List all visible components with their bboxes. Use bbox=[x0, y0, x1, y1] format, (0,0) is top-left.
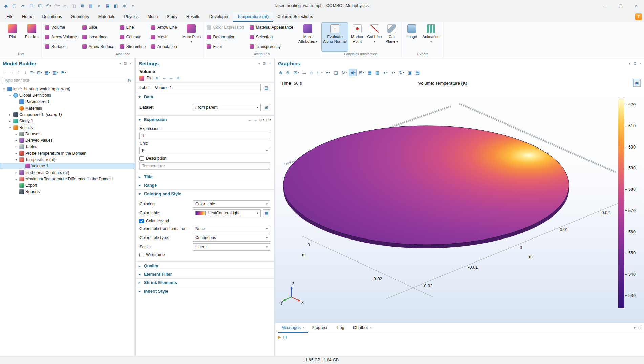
table-view-icon[interactable]: ▥ bbox=[374, 69, 381, 76]
panel-float-icon[interactable]: ⊡ bbox=[638, 326, 641, 330]
add-plot-button[interactable]: Line bbox=[119, 23, 149, 32]
previous-expression-icon[interactable]: ← bbox=[248, 118, 252, 122]
section-inherit-style[interactable]: ▸ Inherit Style bbox=[136, 287, 274, 295]
tree-expander-icon[interactable]: ▸ bbox=[15, 152, 18, 155]
color-table-type-select[interactable]: Continuous ▾ bbox=[193, 234, 270, 242]
more-attributes-button[interactable]: More Attributes ▾ bbox=[298, 23, 318, 51]
add-plot-button[interactable]: Slice bbox=[81, 23, 118, 32]
panel-menu-icon[interactable]: ▾ bbox=[629, 61, 631, 66]
section-element-filter[interactable]: ▸ Element Filter bbox=[136, 270, 274, 278]
tab-chatbot[interactable]: Chatbot × bbox=[350, 323, 375, 333]
tree-item-volume-1[interactable]: Volume 1 bbox=[0, 163, 134, 169]
evaluate-along-normal-button[interactable]: ↑ Evaluate Along Normal bbox=[322, 23, 348, 51]
ribbon-tab[interactable]: File bbox=[2, 12, 18, 22]
section-expression[interactable]: ▾ Expression ← → ⊞▾ ⊟▾ bbox=[136, 115, 274, 124]
ribbon-tab[interactable]: Study bbox=[162, 12, 182, 22]
save-icon[interactable]: ⊟ bbox=[27, 1, 36, 10]
show-menu-icon[interactable]: ≡▾ bbox=[29, 69, 35, 76]
desktop-layout-icon[interactable]: ◧ bbox=[112, 1, 120, 10]
panel-close-icon[interactable]: × bbox=[130, 61, 132, 66]
add-plot-button[interactable]: Streamline bbox=[119, 42, 149, 51]
refresh-filter-icon[interactable]: ↻ bbox=[127, 77, 132, 84]
animation-export-button[interactable]: Animation ▾ bbox=[421, 23, 441, 51]
add-plot-button[interactable]: Annotation bbox=[150, 42, 180, 51]
tree-item-study[interactable]: ▸ Study 1 bbox=[0, 118, 134, 124]
insert-expression-icon[interactable]: ⊞▾ bbox=[259, 118, 264, 122]
ribbon-tab[interactable]: Temperature (ht) bbox=[233, 12, 273, 22]
attribute-button[interactable]: Color Expression bbox=[205, 23, 247, 32]
more-plots-button[interactable]: More Plots ▾ bbox=[181, 23, 201, 51]
section-quality[interactable]: ▸ Quality bbox=[136, 261, 274, 270]
plot-last-button[interactable]: ⇥ bbox=[176, 75, 179, 81]
image-export-button[interactable]: Image bbox=[404, 23, 420, 51]
add-plot-button[interactable]: Arrow Volume bbox=[44, 32, 80, 42]
tree-item-isothermal-contours[interactable]: ▸ Isothermal Contours (ht) bbox=[0, 169, 134, 176]
grid-view-icon[interactable]: ▦ bbox=[366, 69, 373, 76]
cut-plane-button[interactable]: Cut Plane ▾ bbox=[384, 23, 400, 51]
print-icon[interactable]: ▤ bbox=[414, 69, 421, 76]
color-table-select[interactable]: HeatCameraLight ▾ bbox=[193, 209, 261, 217]
move-down-icon[interactable]: ↓ bbox=[23, 69, 28, 76]
description-checkbox[interactable] bbox=[139, 156, 144, 161]
ribbon-tab[interactable]: Results bbox=[182, 12, 205, 22]
dataset-select[interactable]: From parent ▾ bbox=[193, 104, 261, 111]
add-plot-button[interactable]: Isosurface bbox=[81, 32, 118, 42]
add-plot-button[interactable]: Arrow Surface bbox=[81, 42, 118, 51]
filter-input[interactable] bbox=[2, 77, 125, 84]
back-icon[interactable]: ← bbox=[2, 69, 8, 76]
replace-expression-icon[interactable]: ⊟▾ bbox=[266, 118, 271, 122]
close-tab-icon[interactable]: × bbox=[303, 326, 305, 330]
attribute-button[interactable]: Material Appearance bbox=[248, 23, 297, 32]
tree-item-export[interactable]: Export bbox=[0, 182, 134, 188]
copy-icon[interactable]: ◫ bbox=[70, 1, 78, 10]
next-expression-icon[interactable]: → bbox=[254, 118, 257, 122]
comsol-logo-icon[interactable]: ◆ bbox=[2, 1, 10, 10]
coloring-select[interactable]: Color table ▾ bbox=[193, 200, 270, 208]
tree-item-results[interactable]: ▾ Results bbox=[0, 124, 134, 131]
tree-item-datasets[interactable]: ▸ Datasets bbox=[0, 131, 134, 137]
table-columns-icon[interactable]: ▥▾ bbox=[52, 69, 59, 76]
move-up-icon[interactable]: ↑ bbox=[16, 69, 22, 76]
view-xy-plane-icon[interactable]: ∟▾ bbox=[315, 69, 324, 76]
add-plot-button[interactable]: Contour bbox=[119, 32, 149, 42]
ribbon-tab[interactable]: Geometry bbox=[66, 12, 94, 22]
zoom-in-icon[interactable]: ⊕ bbox=[277, 69, 284, 76]
zoom-out-icon[interactable]: ⊖ bbox=[285, 69, 292, 76]
undo-icon[interactable]: ↶▾ bbox=[44, 1, 52, 10]
panel-float-icon[interactable]: ⊡ bbox=[124, 61, 127, 66]
tree-expander-icon[interactable]: ▸ bbox=[15, 132, 18, 136]
tab-messages[interactable]: Messages × bbox=[278, 323, 308, 333]
tree-item-root[interactable]: ▾ laser_heating_wafer.mph (root) bbox=[0, 86, 134, 92]
tree-item-probe-temperature[interactable]: ▸ Probe Temperature in the Domain bbox=[0, 150, 134, 156]
zoom-extents-icon[interactable]: ⊡▾ bbox=[292, 69, 300, 76]
attribute-button[interactable]: Selection bbox=[248, 32, 297, 42]
tree-expander-icon[interactable]: ▸ bbox=[15, 139, 18, 142]
update-plot-icon[interactable]: ↻▾ bbox=[398, 69, 406, 76]
ribbon-tab[interactable]: Physics bbox=[120, 12, 143, 22]
add-dataset-icon[interactable]: ⊞ bbox=[263, 104, 270, 111]
plot-first-button[interactable]: ⇤ bbox=[156, 75, 160, 81]
open-icon[interactable]: ▱ bbox=[19, 1, 27, 10]
collapse-icon[interactable]: ⊟▾ bbox=[36, 69, 43, 76]
select-highlight-icon[interactable]: ◀▾ bbox=[349, 69, 357, 76]
section-title[interactable]: ▸ Title bbox=[136, 173, 274, 181]
tree-expander-icon[interactable]: ▸ bbox=[15, 171, 18, 174]
unit-select[interactable]: K ▾ bbox=[139, 147, 270, 154]
cut-icon[interactable]: ✂ bbox=[61, 1, 69, 10]
scale-select[interactable]: Linear ▾ bbox=[193, 243, 270, 251]
color-legend-checkbox[interactable] bbox=[139, 219, 144, 223]
section-shrink-elements[interactable]: ▸ Shrink Elements bbox=[136, 278, 274, 287]
add-plot-button[interactable]: Mesh bbox=[150, 32, 180, 42]
attribute-button[interactable]: Filter bbox=[205, 42, 247, 51]
panel-close-icon[interactable]: × bbox=[269, 61, 271, 66]
duplicate-icon[interactable]: ▥ bbox=[87, 1, 95, 10]
tree-item-component[interactable]: ▸ Component 1 (comp 1) bbox=[0, 111, 134, 118]
redo-icon[interactable]: ↷▾ bbox=[53, 1, 61, 10]
wireframe-checkbox[interactable] bbox=[139, 253, 144, 257]
toolbar-menu-icon[interactable]: ▾ bbox=[129, 1, 137, 10]
add-plot-button[interactable]: Volume bbox=[44, 23, 80, 32]
ribbon-tab[interactable]: Developer bbox=[205, 12, 233, 22]
attribute-button[interactable]: Transparency bbox=[248, 42, 297, 51]
tree-expander-icon[interactable]: ▾ bbox=[2, 87, 6, 91]
rotate-view-icon[interactable]: ↻▾ bbox=[340, 69, 348, 76]
